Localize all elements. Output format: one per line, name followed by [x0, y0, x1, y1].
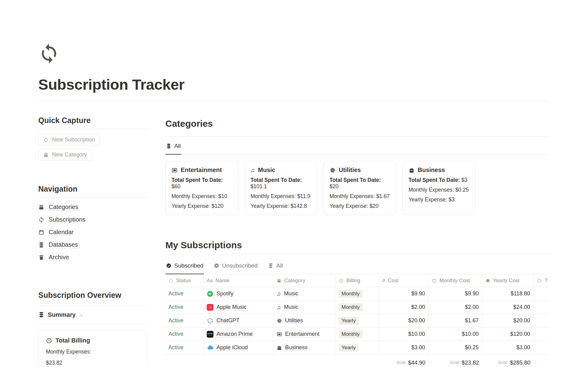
circle-outline-icon — [537, 278, 542, 283]
cost-sum[interactable]: SUM $44.90 — [379, 354, 429, 367]
new-category-button[interactable]: New Category — [38, 149, 92, 161]
music-note-icon: ♫ — [277, 291, 281, 297]
table-sum-row: SUM $44.90 SUM $23.82 SUM $285.80 — [165, 354, 550, 367]
yearly-expense-line: Yearly Expense: $142.8 — [251, 203, 311, 209]
summary-toggle[interactable]: Summary — [38, 305, 147, 324]
billing-tag: Yearly — [339, 344, 359, 352]
nav-link[interactable]: Archive — [49, 254, 69, 261]
sidebar-item-subscriptions[interactable]: Subscriptions — [38, 213, 147, 226]
category-card-utilities[interactable]: Utilities Total Spent To Date: $20 Month… — [323, 161, 396, 215]
status-badge: Active — [168, 304, 183, 310]
nav-link[interactable]: Calendar — [49, 229, 74, 236]
spotify-icon — [207, 290, 213, 297]
divider — [38, 324, 147, 324]
my-subscriptions-heading: My Subscriptions — [165, 240, 550, 250]
cost-cell: $9.90 — [379, 287, 429, 301]
subscription-name-link[interactable]: ChatGPT — [217, 317, 239, 324]
status-icon — [168, 278, 173, 283]
main-content: Categories All — [165, 101, 550, 367]
column-header-cost[interactable]: # Cost — [379, 274, 429, 287]
category-link[interactable]: Business — [285, 344, 307, 351]
nav-link[interactable]: Databases — [49, 241, 78, 248]
yearly-cost-cell: $20.00 — [482, 314, 534, 328]
sidebar-item-archive[interactable]: Archive — [38, 251, 147, 264]
total-spent-value: $20 — [330, 183, 338, 189]
atom-icon — [330, 167, 336, 173]
sidebar-item-categories[interactable]: Categories — [38, 201, 147, 213]
new-category-label: New Category — [52, 152, 87, 158]
navigation-heading: Navigation — [38, 185, 147, 193]
filled-circle-icon — [485, 278, 490, 283]
total-spent-label: Total Spent To Date: — [251, 177, 302, 183]
page-header: Subscription Tracker — [38, 0, 550, 93]
icloud-icon — [207, 344, 213, 351]
category-link[interactable]: Music — [284, 304, 298, 310]
tv-icon — [172, 167, 178, 173]
calendar-icon — [38, 229, 44, 235]
category-link[interactable]: Entertainment — [285, 331, 319, 337]
monthly-cost-cell: $2.00 — [429, 301, 482, 314]
sidebar-item-calendar[interactable]: Calendar — [38, 226, 147, 238]
yearly-expense-line: Yearly Expense: $3 — [409, 197, 469, 203]
category-link[interactable]: Music — [284, 290, 298, 297]
music-note-icon: ♫ — [251, 167, 255, 173]
tab-label: All — [174, 143, 181, 149]
summary-label: Summary — [48, 311, 76, 318]
column-header-status[interactable]: Status — [165, 274, 204, 287]
yearly-cost-sum[interactable]: SUM $285.80 — [482, 354, 534, 367]
subscription-name-link[interactable]: Apple Music — [217, 304, 247, 310]
database-icon — [38, 312, 44, 318]
database-icon — [38, 242, 44, 248]
column-header-monthly-cost[interactable]: Monthly Cost — [429, 274, 482, 287]
text-type-icon: Aa — [207, 278, 213, 283]
cost-cell: $20.00 — [379, 314, 429, 328]
briefcase-icon — [277, 345, 282, 350]
billing-tag: Monthly — [339, 330, 363, 338]
column-header-category[interactable]: Category — [273, 274, 336, 287]
sidebar: Quick Capture New Subscription — [38, 101, 147, 367]
category-link[interactable]: Utilities — [285, 317, 303, 324]
subscription-name-link[interactable]: Spotify — [217, 290, 233, 297]
sidebar-item-databases[interactable]: Databases — [38, 238, 147, 251]
monthly-expenses-line: Monthly Expenses: $10 — [172, 193, 232, 200]
column-header-clipped[interactable]: T — [534, 274, 549, 287]
tab-all[interactable]: All — [267, 254, 283, 274]
atom-icon — [277, 318, 282, 324]
yearly-cost-cell: $120.00 — [482, 328, 534, 341]
subscription-name-link[interactable]: Amazon Prime — [217, 331, 253, 337]
monthly-cost-sum[interactable]: SUM $23.82 — [429, 354, 482, 367]
clock-icon — [46, 338, 52, 344]
category-card-entertainment[interactable]: Entertainment Total Spent To Date: $60 M… — [165, 161, 238, 215]
quick-capture-heading: Quick Capture — [38, 116, 147, 125]
tab-all[interactable]: All — [165, 137, 181, 154]
new-subscription-button[interactable]: New Subscription — [38, 134, 100, 146]
category-card-business[interactable]: Business Total Spent To Date: $3 Monthly… — [402, 161, 475, 215]
column-header-billing[interactable]: Billing — [336, 274, 379, 287]
x-circle-icon — [214, 263, 219, 268]
tab-unsubscribed[interactable]: Unsubscribed — [213, 254, 258, 274]
monthly-cost-cell: $10.00 — [429, 328, 482, 341]
nav-link[interactable]: Subscriptions — [49, 216, 85, 223]
categories-tabs: All — [165, 137, 550, 155]
subscriptions-tabs: Subscribed Unsubscribed All — [165, 254, 550, 274]
category-name: Entertainment — [181, 167, 222, 174]
monthly-expenses-label: Monthly Expenses: — [46, 349, 139, 355]
subscription-name-link[interactable]: Apple iCloud — [217, 344, 248, 351]
tab-label: Unsubscribed — [222, 262, 258, 269]
category-card-music[interactable]: ♫ Music Total Spent To Date: $101.1 Mont… — [244, 161, 317, 215]
table-row: Active ChatGPT Utilities Yearly $20.00 $… — [165, 314, 550, 328]
sync-icon[interactable] — [38, 43, 60, 64]
yearly-cost-cell: $24.00 — [482, 301, 534, 314]
nav-link[interactable]: Categories — [49, 204, 78, 211]
billing-tag: Monthly — [339, 303, 363, 311]
amazon-prime-icon: prime — [207, 331, 213, 338]
total-spent-value: $3 — [461, 177, 467, 183]
status-badge: Active — [168, 344, 183, 351]
column-header-yearly-cost[interactable]: Yearly Cost — [482, 274, 534, 287]
subscriptions-table: Status Aa Name Category Billing — [165, 274, 550, 367]
monthly-expenses-value: $23.82 — [46, 360, 139, 366]
tab-subscribed[interactable]: Subscribed — [165, 254, 204, 274]
cost-cell: $3.00 — [379, 341, 429, 354]
column-header-name[interactable]: Aa Name — [204, 274, 273, 287]
briefcase-icon — [409, 167, 415, 173]
